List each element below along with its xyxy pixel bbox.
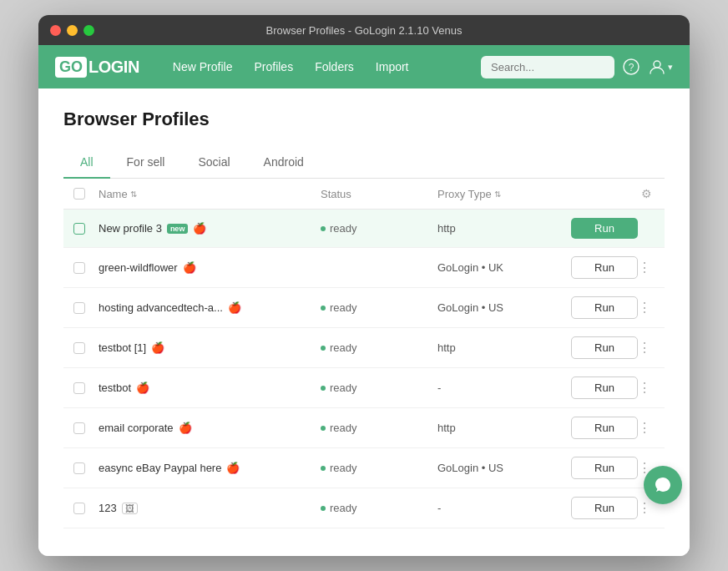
- nav-icons: ? ▾: [623, 58, 673, 76]
- apple-icon: 🍎: [136, 382, 149, 394]
- table-row: New profile 3 new 🍎 ready http Run: [63, 210, 665, 248]
- row-checkbox[interactable]: [73, 503, 85, 514]
- row-status: ready: [321, 502, 437, 514]
- name-sort-icon: ⇅: [130, 189, 137, 199]
- profile-name: testbot [1]: [99, 341, 146, 354]
- row-name: New profile 3 new 🍎: [99, 222, 321, 235]
- content-area: Browser Profiles All For sell Social And…: [38, 88, 690, 556]
- row-checkbox[interactable]: [73, 302, 85, 314]
- nav-import[interactable]: Import: [367, 55, 417, 78]
- more-options-icon[interactable]: ⋮: [638, 500, 655, 516]
- table-row: testbot 🍎 ready - Run ⋮: [63, 368, 665, 408]
- svg-point-2: [654, 61, 660, 68]
- profile-name: easync eBay Paypal here: [99, 462, 221, 474]
- nav-new-profile[interactable]: New Profile: [164, 55, 241, 78]
- close-button[interactable]: [50, 25, 61, 36]
- settings-icon[interactable]: ⚙: [641, 187, 652, 200]
- run-button[interactable]: Run: [571, 336, 638, 359]
- logo-go: GO: [55, 57, 87, 78]
- run-button[interactable]: Run: [571, 296, 638, 319]
- table-row: hosting advancedtech-a... 🍎 ready GoLogi…: [63, 288, 665, 328]
- row-proxy: http: [437, 222, 571, 235]
- search-input[interactable]: [481, 56, 614, 78]
- row-checkbox[interactable]: [73, 262, 85, 274]
- nav-folders[interactable]: Folders: [306, 55, 362, 78]
- apple-icon: 🍎: [226, 462, 240, 474]
- window-title: Browser Profiles - GoLogin 2.1.10 Venus: [266, 24, 463, 37]
- status-label: ready: [330, 382, 357, 394]
- chat-button[interactable]: [644, 466, 682, 504]
- tab-all[interactable]: All: [63, 147, 110, 179]
- row-proxy: http: [437, 422, 571, 434]
- status-dot: [321, 346, 326, 351]
- row-proxy: http: [437, 341, 571, 354]
- name-column-header[interactable]: Name ⇅: [99, 188, 321, 200]
- row-status: ready: [321, 422, 437, 434]
- maximize-button[interactable]: [83, 25, 94, 36]
- run-button[interactable]: Run: [571, 218, 638, 239]
- select-all-checkbox[interactable]: [73, 188, 85, 200]
- titlebar: Browser Profiles - GoLogin 2.1.10 Venus: [38, 15, 690, 45]
- run-button[interactable]: Run: [571, 417, 638, 439]
- logo-text: LOGIN: [88, 58, 139, 77]
- row-checkbox[interactable]: [73, 342, 85, 354]
- run-button[interactable]: Run: [571, 497, 638, 519]
- row-name: testbot 🍎: [99, 382, 321, 394]
- tab-social[interactable]: Social: [181, 147, 246, 179]
- tab-android[interactable]: Android: [247, 147, 321, 179]
- row-proxy: GoLogin • UK: [437, 261, 571, 274]
- proxy-column-header[interactable]: Proxy Type ⇅: [437, 188, 571, 200]
- run-button[interactable]: Run: [571, 376, 638, 399]
- run-button[interactable]: Run: [571, 256, 638, 279]
- table-row: email corporate 🍎 ready http Run ⋮: [63, 408, 665, 448]
- traffic-lights: [50, 25, 94, 36]
- row-checkbox[interactable]: [73, 382, 85, 394]
- status-label: ready: [330, 301, 357, 314]
- row-name: green-wildflower 🍎: [99, 261, 321, 274]
- new-badge: new: [167, 224, 189, 234]
- profiles-table: Name ⇅ Status Proxy Type ⇅ ⚙ New profile…: [63, 179, 665, 528]
- table-row: 123 🖼 ready - Run ⋮: [63, 488, 665, 528]
- nav-links: New Profile Profiles Folders Import: [164, 55, 481, 78]
- alt-badge: 🖼: [122, 503, 138, 514]
- row-status: ready: [321, 341, 437, 354]
- row-name: 123 🖼: [99, 502, 321, 514]
- more-options-icon[interactable]: ⋮: [638, 420, 655, 436]
- page-title: Browser Profiles: [63, 109, 665, 130]
- status-label: ready: [330, 502, 357, 514]
- more-options-icon[interactable]: ⋮: [638, 300, 655, 316]
- run-button[interactable]: Run: [571, 457, 638, 479]
- more-options-icon[interactable]: ⋮: [638, 340, 655, 356]
- status-label: ready: [330, 341, 357, 354]
- tab-for-sell[interactable]: For sell: [110, 147, 182, 179]
- table-row: testbot [1] 🍎 ready http Run ⋮: [63, 328, 665, 368]
- status-dot: [321, 506, 326, 511]
- row-name: email corporate 🍎: [99, 422, 321, 434]
- row-checkbox[interactable]: [73, 462, 85, 474]
- row-checkbox[interactable]: [73, 223, 85, 235]
- chat-icon: [654, 476, 672, 494]
- more-options-icon[interactable]: ⋮: [638, 380, 655, 396]
- nav-profiles[interactable]: Profiles: [245, 55, 301, 78]
- row-checkbox[interactable]: [73, 422, 85, 434]
- status-label: ready: [330, 462, 357, 474]
- minimize-button[interactable]: [67, 25, 78, 36]
- user-icon[interactable]: ▾: [648, 58, 673, 76]
- apple-icon: 🍎: [228, 301, 241, 314]
- row-name: testbot [1] 🍎: [99, 341, 321, 354]
- proxy-header-label: Proxy Type: [437, 188, 492, 200]
- row-proxy: -: [437, 502, 571, 514]
- profile-name: testbot: [99, 382, 131, 394]
- status-dot: [321, 386, 326, 391]
- help-icon[interactable]: ?: [623, 58, 640, 75]
- logo[interactable]: GO LOGIN: [55, 57, 139, 78]
- row-proxy: GoLogin • US: [437, 301, 571, 314]
- row-status: ready: [321, 222, 437, 235]
- row-name: hosting advancedtech-a... 🍎: [99, 301, 321, 314]
- apple-icon: 🍎: [193, 222, 206, 235]
- profile-name: email corporate: [99, 422, 174, 434]
- more-options-icon[interactable]: ⋮: [638, 260, 655, 275]
- profile-name: green-wildflower: [99, 261, 178, 274]
- name-header-label: Name: [99, 188, 128, 200]
- table-row: green-wildflower 🍎 GoLogin • UK Run ⋮: [63, 248, 665, 288]
